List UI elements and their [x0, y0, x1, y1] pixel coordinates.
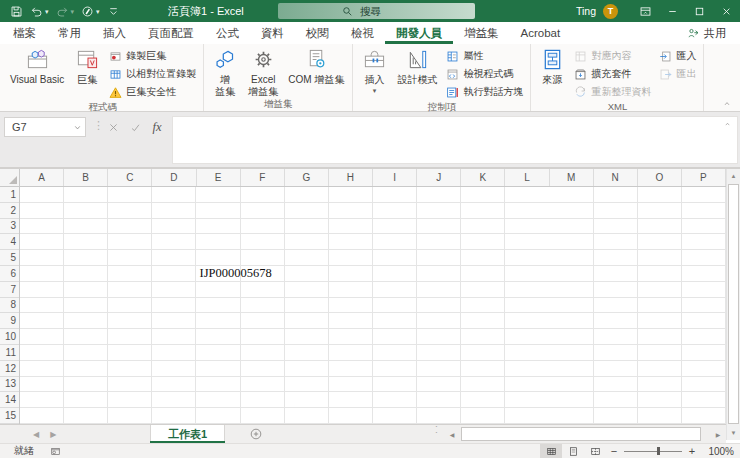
- export-button[interactable]: 匯出: [655, 65, 700, 83]
- relative-references-button[interactable]: 以相對位置錄製: [105, 65, 200, 83]
- column-header-I[interactable]: I: [373, 169, 417, 186]
- user-name[interactable]: Ting: [576, 5, 596, 17]
- insert-function-button[interactable]: fx: [146, 117, 168, 137]
- row-header-13[interactable]: 13: [0, 377, 19, 393]
- macros-button[interactable]: 巨集: [69, 45, 105, 86]
- row-header-6[interactable]: 6: [0, 266, 19, 282]
- normal-view-button[interactable]: [540, 444, 562, 458]
- column-header-O[interactable]: O: [638, 169, 682, 186]
- row-header-8[interactable]: 8: [0, 298, 19, 314]
- column-header-A[interactable]: A: [20, 169, 64, 186]
- scroll-up-arrow-icon[interactable]: ▲: [727, 169, 740, 183]
- zoom-out-button[interactable]: −: [606, 445, 622, 458]
- run-dialog-button[interactable]: 執行對話方塊: [442, 83, 527, 101]
- row-header-7[interactable]: 7: [0, 282, 19, 298]
- view-code-button[interactable]: 檢視程式碼: [442, 65, 527, 83]
- row-header-2[interactable]: 2: [0, 203, 19, 219]
- ribbon-tab-6[interactable]: 校閱: [295, 22, 340, 44]
- save-button[interactable]: [7, 1, 26, 21]
- horizontal-scrollbar[interactable]: ◀ ▶: [446, 427, 724, 441]
- maximize-button[interactable]: [686, 0, 713, 22]
- column-header-C[interactable]: C: [108, 169, 152, 186]
- avatar[interactable]: T: [603, 4, 618, 19]
- xml-source-button[interactable]: 來源: [534, 45, 570, 86]
- cells[interactable]: IJP000005678: [20, 187, 726, 424]
- row-header-9[interactable]: 9: [0, 313, 19, 329]
- column-header-M[interactable]: M: [550, 169, 594, 186]
- zoom-slider[interactable]: [624, 444, 682, 458]
- ribbon-tab-4[interactable]: 公式: [205, 22, 250, 44]
- select-all-button[interactable]: [0, 169, 20, 187]
- ribbon-tab-9[interactable]: 增益集: [453, 22, 510, 44]
- tab-scroll-splitter[interactable]: ⁚: [435, 427, 438, 434]
- chevron-down-icon[interactable]: [73, 123, 82, 132]
- column-header-N[interactable]: N: [594, 169, 638, 186]
- enter-button[interactable]: [124, 117, 146, 137]
- page-layout-view-button[interactable]: [562, 444, 584, 458]
- formula-input[interactable]: [172, 116, 738, 164]
- column-header-D[interactable]: D: [152, 169, 196, 186]
- row-header-11[interactable]: 11: [0, 345, 19, 361]
- toolbox-button[interactable]: 插入▾: [356, 45, 392, 94]
- properties-button[interactable]: 屬性: [442, 47, 527, 65]
- ribbon-tab-1[interactable]: 常用: [47, 22, 92, 44]
- ribbon-tab-7[interactable]: 檢視: [340, 22, 385, 44]
- macro-record-icon[interactable]: [50, 446, 61, 457]
- com-addins-button[interactable]: COM 增益集: [283, 45, 349, 86]
- macro-security-warning-button[interactable]: 巨集安全性: [105, 83, 200, 101]
- row-header-3[interactable]: 3: [0, 219, 19, 235]
- minimize-button[interactable]: [659, 0, 686, 22]
- column-header-P[interactable]: P: [682, 169, 726, 186]
- record-macro-button[interactable]: 錄製巨集: [105, 47, 200, 65]
- ribbon-tab-3[interactable]: 頁面配置: [137, 22, 205, 44]
- ribbon-tab-2[interactable]: 插入: [92, 22, 137, 44]
- column-header-L[interactable]: L: [505, 169, 549, 186]
- addins-hexagon-button[interactable]: 增 益集: [207, 45, 243, 98]
- row-header-10[interactable]: 10: [0, 329, 19, 345]
- column-header-F[interactable]: F: [241, 169, 285, 186]
- row-header-5[interactable]: 5: [0, 250, 19, 266]
- vertical-scrollbar-thumb[interactable]: [728, 184, 739, 424]
- page-break-view-button[interactable]: [584, 444, 606, 458]
- column-header-J[interactable]: J: [417, 169, 461, 186]
- search-box[interactable]: 搜尋: [278, 3, 475, 19]
- gear-button[interactable]: Excel 增益集: [243, 45, 283, 98]
- close-button[interactable]: [713, 0, 740, 22]
- ribbon-tab-5[interactable]: 資料: [250, 22, 295, 44]
- collapse-formula-bar-button[interactable]: [723, 117, 732, 129]
- ribbon-tab-0[interactable]: 檔案: [2, 22, 47, 44]
- qat-customize-button[interactable]: [104, 1, 123, 21]
- ink-pen-button[interactable]: ▾: [78, 1, 103, 21]
- import-button[interactable]: 匯入: [655, 47, 700, 65]
- name-box[interactable]: G7: [4, 117, 86, 137]
- redo-button[interactable]: ▾: [53, 1, 78, 21]
- column-header-K[interactable]: K: [461, 169, 505, 186]
- new-sheet-button[interactable]: [249, 427, 263, 441]
- scroll-left-arrow-icon[interactable]: ◀: [446, 427, 458, 441]
- scroll-down-arrow-icon[interactable]: ▼: [727, 426, 740, 440]
- column-header-G[interactable]: G: [285, 169, 329, 186]
- column-header-E[interactable]: E: [197, 169, 241, 186]
- vertical-scrollbar[interactable]: ▲ ▼: [726, 169, 740, 440]
- share-button[interactable]: 共用: [681, 22, 732, 44]
- cancel-button[interactable]: [102, 117, 124, 137]
- zoom-slider-handle[interactable]: [657, 447, 660, 455]
- zoom-in-button[interactable]: +: [684, 445, 700, 458]
- column-header-B[interactable]: B: [64, 169, 108, 186]
- row-header-1[interactable]: 1: [0, 187, 19, 203]
- map-properties-button[interactable]: 對應內容: [570, 47, 655, 65]
- undo-button[interactable]: ▾: [27, 1, 52, 21]
- row-header-4[interactable]: 4: [0, 234, 19, 250]
- ribbon-tab-10[interactable]: Acrobat: [510, 22, 572, 44]
- cell-E6[interactable]: IJP000005678: [200, 266, 272, 282]
- zoom-level-label[interactable]: 100%: [700, 446, 734, 457]
- prev-sheet-icon[interactable]: ◀: [33, 430, 39, 439]
- expansion-packs-button[interactable]: 擴充套件: [570, 65, 655, 83]
- scroll-right-arrow-icon[interactable]: ▶: [712, 427, 724, 441]
- ribbon-display-options-button[interactable]: [632, 0, 659, 22]
- sheet-tab-0[interactable]: 工作表1: [150, 425, 225, 443]
- row-header-14[interactable]: 14: [0, 392, 19, 408]
- collapse-ribbon-button[interactable]: [719, 97, 735, 109]
- row-header-12[interactable]: 12: [0, 361, 19, 377]
- column-header-H[interactable]: H: [329, 169, 373, 186]
